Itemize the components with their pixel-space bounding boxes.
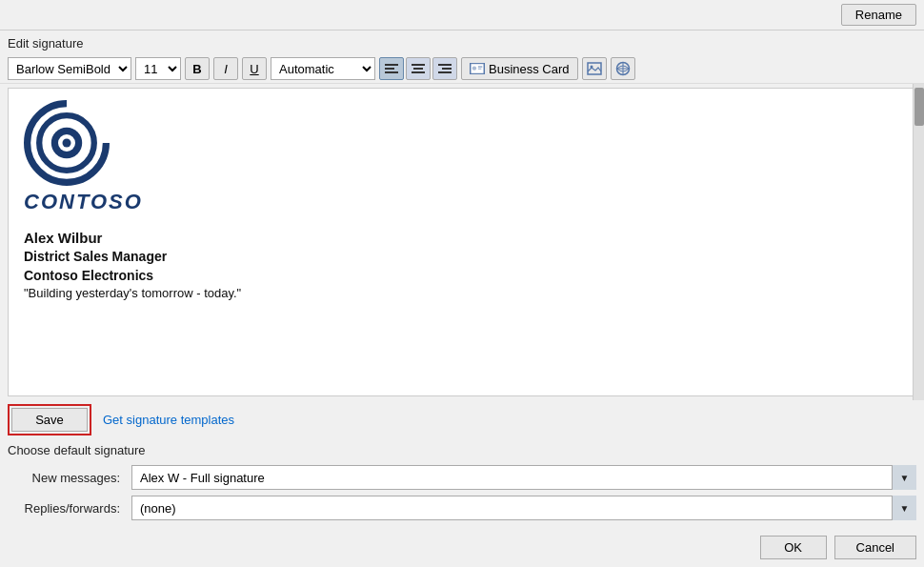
italic-button[interactable]: I: [213, 57, 238, 80]
insert-picture-button[interactable]: [582, 57, 607, 80]
svg-rect-8: [438, 71, 452, 73]
default-signature-section: Choose default signature New messages: A…: [0, 435, 924, 530]
contoso-circle-icon: [24, 100, 110, 186]
get-templates-link[interactable]: Get signature templates: [103, 413, 234, 427]
svg-rect-1: [385, 68, 394, 70]
new-messages-select-wrapper: Alex W - Full signature ▼: [131, 465, 916, 490]
signature-editor[interactable]: CONTOSO Alex Wilbur District Sales Manag…: [8, 88, 916, 396]
font-family-select[interactable]: Barlow SemiBold: [8, 57, 131, 80]
svg-rect-3: [412, 64, 425, 66]
svg-rect-11: [478, 66, 482, 67]
new-messages-select[interactable]: Alex W - Full signature: [131, 465, 916, 490]
default-signature-title: Choose default signature: [8, 443, 916, 457]
insert-hyperlink-button[interactable]: [611, 57, 635, 80]
new-messages-row: New messages: Alex W - Full signature ▼: [8, 465, 916, 490]
person-name: Alex Wilbur: [24, 228, 900, 248]
top-bar: Rename: [0, 0, 924, 30]
editor-wrapper: CONTOSO Alex Wilbur District Sales Manag…: [0, 84, 924, 400]
rename-button[interactable]: Rename: [841, 4, 916, 26]
company-name-text: CONTOSO: [24, 190, 143, 214]
svg-rect-12: [478, 69, 482, 70]
svg-rect-2: [385, 71, 398, 73]
color-select[interactable]: Automatic: [271, 57, 375, 80]
business-card-icon: [470, 63, 485, 74]
person-title: District Sales Manager: [24, 248, 900, 267]
contoso-logo: CONTOSO: [24, 100, 900, 214]
person-company: Contoso Electronics: [24, 267, 900, 286]
scrollbar-handle[interactable]: [914, 88, 924, 126]
business-card-button[interactable]: Business Card: [461, 57, 578, 80]
cancel-button[interactable]: Cancel: [834, 536, 916, 559]
svg-rect-5: [412, 71, 425, 73]
bold-button[interactable]: B: [185, 57, 210, 80]
business-card-label: Business Card: [489, 62, 570, 76]
formatting-toolbar: Barlow SemiBold 11 B I U Automatic: [0, 54, 924, 84]
svg-rect-6: [438, 64, 452, 66]
main-container: Rename Edit signature Barlow SemiBold 11…: [0, 0, 924, 567]
replies-label: Replies/forwards:: [8, 501, 131, 516]
svg-rect-10: [472, 66, 476, 70]
ok-button[interactable]: OK: [760, 536, 827, 559]
replies-select[interactable]: (none): [131, 496, 916, 520]
replies-select-wrapper: (none) ▼: [131, 496, 916, 520]
align-left-button[interactable]: [379, 57, 404, 80]
dialog-footer: OK Cancel: [0, 530, 924, 567]
new-messages-label: New messages:: [8, 471, 131, 485]
save-button-wrapper: Save: [8, 404, 91, 435]
align-right-button[interactable]: [432, 57, 457, 80]
align-center-button[interactable]: [406, 57, 431, 80]
signature-quote: "Building yesterday's tomorrow - today.": [24, 285, 900, 302]
svg-rect-4: [413, 68, 423, 70]
align-group: [379, 57, 457, 80]
svg-point-22: [63, 139, 71, 148]
svg-rect-0: [385, 64, 398, 66]
font-size-select[interactable]: 11: [135, 57, 181, 80]
replies-row: Replies/forwards: (none) ▼: [8, 496, 916, 520]
save-button[interactable]: Save: [11, 408, 88, 432]
vertical-scrollbar[interactable]: [913, 84, 924, 400]
bottom-controls: Save Get signature templates: [0, 400, 924, 435]
svg-rect-7: [442, 68, 452, 70]
underline-button[interactable]: U: [242, 57, 267, 80]
edit-signature-label: Edit signature: [0, 30, 924, 54]
